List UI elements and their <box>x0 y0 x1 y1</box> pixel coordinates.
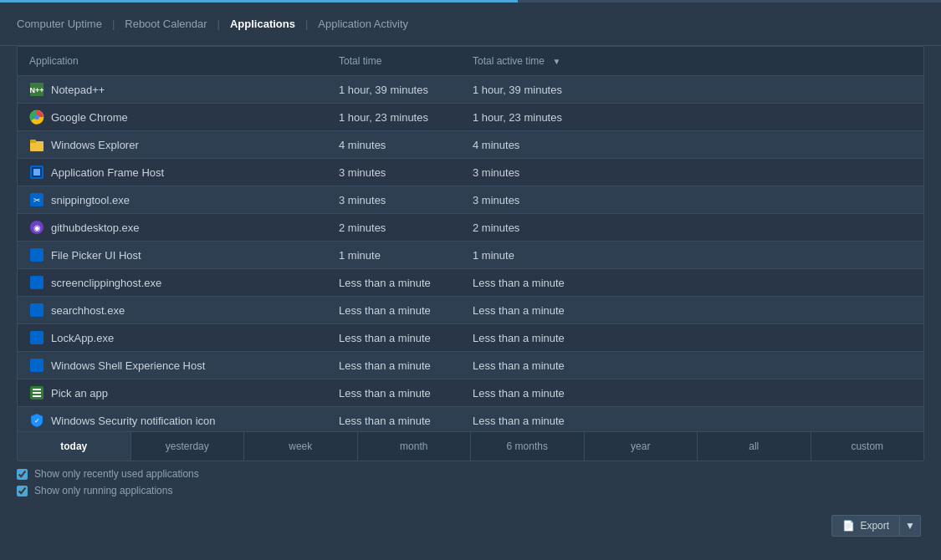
svg-text:✓: ✓ <box>34 417 40 425</box>
bottom-options: Show only recently used applications Sho… <box>0 461 941 503</box>
app-name: Windows Shell Experience Host <box>51 359 205 372</box>
app-icon: ✂ <box>29 192 44 207</box>
app-container: Computer Uptime | Reboot Calendar | Appl… <box>0 0 941 560</box>
table-header-row: Application Total time Total active time… <box>18 47 923 76</box>
svg-rect-21 <box>33 389 41 390</box>
time-tab-year[interactable]: year <box>585 432 698 461</box>
show-running-option[interactable]: Show only running applications <box>17 485 924 496</box>
table-row: LockApp.exe Less than a minute Less than… <box>18 324 923 352</box>
total-active-time-cell: 1 hour, 23 minutes <box>461 104 923 131</box>
time-tab-6months[interactable]: 6 months <box>471 432 585 461</box>
total-active-time-cell: 4 minutes <box>461 131 923 159</box>
time-tab-today[interactable]: today <box>18 432 131 461</box>
app-name: File Picker UI Host <box>51 249 141 262</box>
app-icon <box>29 275 44 290</box>
app-icon: ◉ <box>29 220 44 235</box>
sort-icon: ▼ <box>552 57 560 66</box>
app-name: Windows Security notification icon <box>51 415 216 427</box>
app-name-cell: ✓ Windows Security notification icon <box>18 407 327 432</box>
total-time-cell: Less than a minute <box>327 297 461 324</box>
app-name-cell: searchhost.exe <box>18 297 327 324</box>
app-name-cell: N++ Notepad++ <box>18 76 327 104</box>
nav-applications[interactable]: Applications <box>222 18 304 30</box>
table-row: File Picker UI Host 1 minute 1 minute <box>18 242 923 269</box>
table-row: ◉ githubdesktop.exe 2 minutes 2 minutes <box>18 214 923 242</box>
show-recently-used-option[interactable]: Show only recently used applications <box>17 468 924 480</box>
total-active-time-cell: 1 minute <box>461 242 923 269</box>
svg-text:N++: N++ <box>29 86 43 94</box>
app-name-cell: LockApp.exe <box>18 324 327 352</box>
table-scroll-area[interactable]: Application Total time Total active time… <box>18 47 923 431</box>
app-name-cell: ◉ githubdesktop.exe <box>18 214 327 242</box>
nav-separator-2: | <box>216 18 222 30</box>
total-time-cell: 3 minutes <box>327 186 461 214</box>
table-row: Pick an app Less than a minute Less than… <box>18 379 923 407</box>
top-nav: Computer Uptime | Reboot Calendar | Appl… <box>0 3 941 46</box>
app-name: Application Frame Host <box>51 166 164 179</box>
app-icon <box>29 385 44 400</box>
app-name: Windows Explorer <box>51 139 139 151</box>
time-tab-all[interactable]: all <box>698 432 811 461</box>
col-application: Application <box>18 47 327 76</box>
app-name-cell: Pick an app <box>18 379 327 407</box>
total-time-cell: Less than a minute <box>327 269 461 297</box>
app-name-cell: Google Chrome <box>18 104 327 131</box>
show-recently-used-checkbox[interactable] <box>17 469 28 480</box>
app-name-cell: File Picker UI Host <box>18 242 327 269</box>
table-row: screenclippinghost.exe Less than a minut… <box>18 269 923 297</box>
app-icon: ✓ <box>29 413 44 428</box>
table-row: Application Frame Host 3 minutes 3 minut… <box>18 159 923 186</box>
time-tab-week[interactable]: week <box>244 432 358 461</box>
svg-rect-10 <box>33 169 40 176</box>
nav-separator-1: | <box>110 18 116 30</box>
show-running-label: Show only running applications <box>34 485 172 496</box>
col-total-active-time[interactable]: Total active time ▼ <box>461 47 923 76</box>
app-name-cell: Application Frame Host <box>18 159 327 186</box>
app-name: Google Chrome <box>51 111 128 124</box>
app-name: searchhost.exe <box>51 304 125 317</box>
time-tab-month[interactable]: month <box>358 432 472 461</box>
app-icon: N++ <box>29 82 44 97</box>
svg-rect-17 <box>30 303 43 317</box>
nav-computer-uptime[interactable]: Computer Uptime <box>17 18 110 30</box>
app-name: screenclippinghost.exe <box>51 277 161 289</box>
app-name: snippingtool.exe <box>51 194 130 206</box>
nav-application-activity[interactable]: Application Activity <box>309 18 417 30</box>
total-time-cell: 2 minutes <box>327 214 461 242</box>
table-row: N++ Notepad++ 1 hour, 39 minutes 1 hour,… <box>18 76 923 104</box>
total-active-time-cell: 1 hour, 39 minutes <box>461 76 923 104</box>
export-dropdown-button[interactable]: ▼ <box>900 515 921 537</box>
export-label: Export <box>860 520 889 532</box>
app-icon <box>29 137 44 152</box>
nav-reboot-calendar[interactable]: Reboot Calendar <box>116 18 215 30</box>
table-row: ✂ snippingtool.exe 3 minutes 3 minutes <box>18 186 923 214</box>
progress-bar <box>0 0 941 3</box>
app-icon <box>29 303 44 318</box>
total-active-time-cell: Less than a minute <box>461 379 923 407</box>
svg-rect-18 <box>30 331 43 344</box>
export-button[interactable]: 📄 Export <box>831 515 900 537</box>
table-row: Windows Explorer 4 minutes 4 minutes <box>18 131 923 159</box>
app-name: Notepad++ <box>51 84 105 96</box>
app-name: Pick an app <box>51 387 108 400</box>
svg-point-5 <box>34 115 39 120</box>
time-tab-custom[interactable]: custom <box>811 432 924 461</box>
total-active-time-cell: Less than a minute <box>461 324 923 352</box>
time-tab-yesterday[interactable]: yesterday <box>131 432 245 461</box>
app-name-cell: screenclippinghost.exe <box>18 269 327 297</box>
time-tabs: todayyesterdayweekmonth6 monthsyearallcu… <box>18 431 923 461</box>
svg-rect-15 <box>30 248 43 262</box>
svg-text:◉: ◉ <box>33 223 41 232</box>
total-time-cell: Less than a minute <box>327 379 461 407</box>
svg-rect-22 <box>33 392 41 394</box>
table-row: searchhost.exe Less than a minute Less t… <box>18 297 923 324</box>
total-time-cell: 1 hour, 39 minutes <box>327 76 461 104</box>
total-time-cell: 1 minute <box>327 242 461 269</box>
total-time-cell: 3 minutes <box>327 159 461 186</box>
svg-rect-7 <box>30 140 36 143</box>
total-active-time-cell: Less than a minute <box>461 297 923 324</box>
table-row: ✓ Windows Security notification icon Les… <box>18 407 923 432</box>
main-table-container: Application Total time Total active time… <box>17 46 924 461</box>
svg-rect-16 <box>30 276 43 289</box>
show-running-checkbox[interactable] <box>17 486 28 496</box>
